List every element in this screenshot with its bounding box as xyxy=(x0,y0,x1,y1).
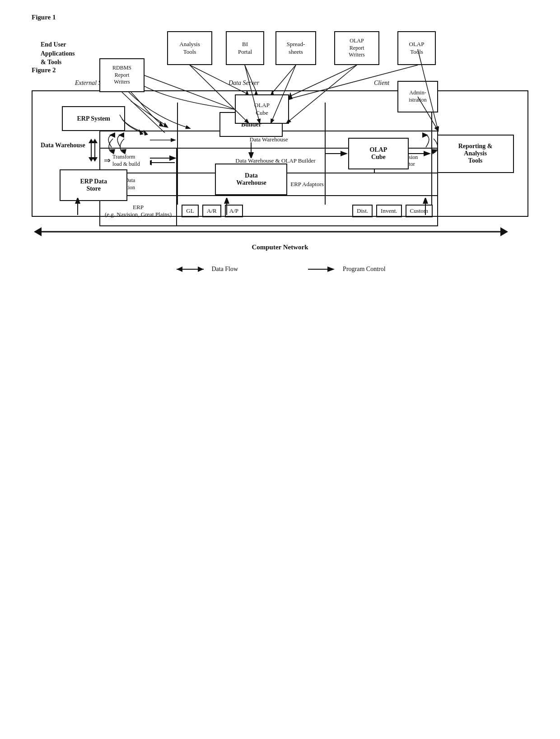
network-label: Computer Network xyxy=(32,243,528,251)
data-warehouse-box2: DataWarehouse xyxy=(215,164,287,195)
ext-to-data-arrows xyxy=(150,136,177,172)
svg-marker-67 xyxy=(198,267,204,272)
olap-tools-box: OLAPTools xyxy=(397,31,436,65)
olap-cube-box2: OLAPCube xyxy=(348,138,409,169)
program-control-legend: Program Control xyxy=(306,262,386,276)
erp-system-box: ERP System xyxy=(62,106,125,131)
administration-box: Admin-istration xyxy=(397,81,438,112)
data-flow-arrow xyxy=(174,262,206,276)
svg-marker-61 xyxy=(34,227,42,236)
client-section: Reporting &AnalysisTools xyxy=(431,103,518,205)
program-control-label: Program Control xyxy=(343,266,386,273)
olap-cube-box: OLAPCube xyxy=(235,94,289,124)
dw-olap-arrow-svg xyxy=(326,149,348,158)
data-flow-label: Data Flow xyxy=(211,266,238,273)
data-flow-legend: Data Flow xyxy=(174,262,238,276)
figure1-label: Figure 1 xyxy=(32,14,528,21)
external-server-section: ERP System xyxy=(42,106,150,201)
ext-data-arrows-svg xyxy=(150,136,177,172)
program-control-arrow xyxy=(306,262,337,276)
svg-marker-42 xyxy=(92,157,98,162)
rdbms-box: RDBMSReportWriters xyxy=(99,58,145,92)
spreadsheets-box: Spread-sheets xyxy=(275,31,316,65)
dw-to-olap-arrow xyxy=(326,149,348,158)
analysis-tools-box: AnalysisTools xyxy=(167,31,212,65)
svg-marker-66 xyxy=(177,267,182,272)
olap-to-reporting-arrow xyxy=(409,149,431,158)
olap-report-writers-box: OLAPReportWriters xyxy=(334,31,379,65)
computer-network-svg xyxy=(32,219,510,244)
end-user-label: End UserApplications& Tools xyxy=(41,40,99,67)
bidirectional-arrow-vert xyxy=(87,138,100,163)
svg-marker-62 xyxy=(500,227,508,236)
legend: Data Flow Program Control xyxy=(32,262,528,276)
olap-reporting-arrow-svg xyxy=(409,149,431,158)
figure1: Figure 1 End UserApplications& Tools RDB… xyxy=(32,14,528,21)
builder-to-dw-arrow xyxy=(244,142,258,158)
bi-portal-box: BIPortal xyxy=(226,31,264,65)
data-server-label: Data Server xyxy=(158,80,330,87)
vert-bidirectional-svg xyxy=(87,138,100,163)
reporting-analysis-box: Reporting &AnalysisTools xyxy=(437,135,514,173)
network-arrow-container: Computer Network xyxy=(32,219,528,251)
svg-marker-41 xyxy=(92,139,98,143)
erp-data-store-box: ERP DataStore xyxy=(60,169,127,201)
